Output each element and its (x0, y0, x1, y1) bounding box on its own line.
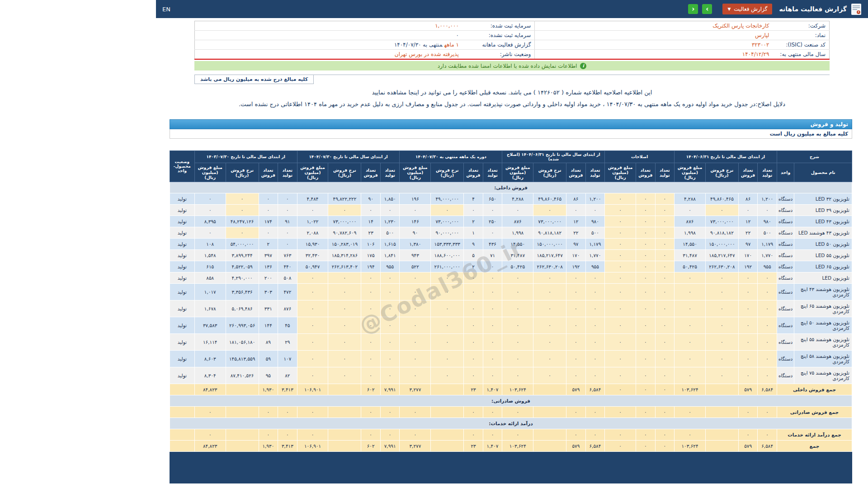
page: گزارش فعالیت ماهانه گزارش فعالیت ▼ › ‹ E… (156, 0, 868, 483)
total-value-cell: ۰ (585, 429, 605, 441)
column-subheader: تعداد تولید (483, 163, 502, 182)
status-cell: تولید (170, 193, 195, 205)
value-cell: ۰ (400, 300, 431, 317)
column-subheader: تعداد فروش (361, 163, 381, 182)
total-value-cell: ۱۰۳,۶۲۴ (502, 384, 533, 395)
value-cell: ۰ (655, 250, 675, 261)
unit: دستگاه (777, 227, 794, 239)
value-cell: ۰ (655, 216, 675, 227)
column-subheader: نرخ فروش (ریال) (328, 163, 361, 182)
value-cell: ۱۵۰,۰۰۰,۰۰۰ (533, 239, 566, 250)
table-header: شرحاز ابتدای سال مالی تا تاریخ ۱۴۰۴/۰۶/۳… (170, 151, 852, 182)
unit: دستگاه (777, 351, 794, 367)
info-value: ۱ ماههمنتهی به ۱۴۰۴/۰۷/۳۰ (195, 40, 462, 50)
company-info-body: شرکت:کارخانجات پارس الکتریکسرمایه ثبت شد… (195, 21, 830, 60)
total-value-cell: ۰ (380, 407, 400, 418)
amendment-text-1: این اطلاعیه اصلاحیه اطلاعیه شماره ( ۱۴۲۶… (194, 89, 830, 96)
value-cell: ۹۰ (400, 227, 431, 239)
value-cell: ۰ (297, 205, 328, 216)
column-subheader: تعداد فروش (464, 163, 483, 182)
value-cell: ۱,۰۲۲ (297, 216, 328, 227)
status-cell: تولید (170, 300, 195, 317)
value-cell: ۳۰۳ (259, 284, 278, 300)
total-value-cell: ۰ (502, 407, 533, 418)
value-cell: ۱,۶۷۸ (194, 300, 226, 317)
value-cell: ۰ (585, 272, 605, 284)
column-group-header: اصلاحات (605, 151, 675, 163)
unit: دستگاه (777, 239, 794, 250)
value-cell: ۰ (431, 205, 464, 216)
value-cell: ۰ (566, 284, 586, 300)
value-cell: ۰ (655, 351, 675, 367)
unit: دستگاه (777, 250, 794, 261)
unit: دستگاه (777, 367, 794, 384)
value-cell: ۰ (675, 367, 706, 384)
value-cell: ۱,۲۳۰ (380, 216, 400, 227)
value-cell: ۴۹,۸۶۰,۴۶۵ (705, 193, 738, 205)
status-cell: تولید (170, 205, 195, 216)
value-cell: ۰ (502, 300, 533, 317)
status-cell (170, 407, 195, 418)
column-subheader: تعداد فروش (566, 163, 586, 182)
language-toggle[interactable]: EN (162, 6, 170, 13)
total-value-cell: ۱,۴۰۷ (483, 441, 502, 452)
total-value-cell: ۰ (605, 429, 636, 441)
value-cell: ۰ (483, 272, 502, 284)
value-cell: ۳۷,۵۸۳ (194, 317, 226, 334)
total-value-cell: ۰ (194, 407, 226, 418)
column-subheader: مبلغ فروش (میلیون ریال) (297, 163, 328, 182)
value-cell: ۰ (738, 272, 758, 284)
value-cell: ۱۴,۵۵۰ (675, 239, 706, 250)
status-cell: تولید (170, 284, 195, 300)
info-label: سال مالی منتهی به: (773, 50, 830, 60)
value-cell: ۰ (278, 239, 297, 250)
value-cell: ۴۹,۸۲۲,۲۲۲ (328, 193, 361, 205)
total-value-cell: ۰ (297, 407, 328, 418)
product-row: تلویزیون ۴۳ LEDدستگاه۹۸۰۱۲۷۳,۰۰۰,۰۰۰۸۷۶۰… (170, 216, 852, 227)
value-cell: ۰ (431, 317, 464, 334)
value-cell: ۰ (675, 334, 706, 351)
info-label: کد صنعت (ISIC): (773, 40, 830, 50)
value-cell: ۰ (431, 334, 464, 351)
value-cell: ۲ (259, 239, 278, 250)
value-cell: ۴۷۲ (278, 284, 297, 300)
value-cell: ۱۵۰,۰۰۰,۰۰۰ (705, 239, 738, 250)
value-cell: ۰ (502, 272, 533, 284)
value-cell: ۰ (464, 367, 483, 384)
value-cell: ۰ (705, 334, 738, 351)
total-value-cell: ۰ (483, 407, 502, 418)
total-label: جمع درآمد ارائه خدمات (777, 429, 852, 441)
status-cell: تولید (170, 250, 195, 261)
total-value-cell: ۰ (483, 429, 502, 441)
info-row: سال مالی منتهی به:۱۴۰۴/۱۲/۲۹وضعیت ناشر:پ… (195, 50, 830, 60)
value-cell: ۱۴۴ (259, 317, 278, 334)
value-cell: ۰ (585, 300, 605, 317)
value-cell: ۰ (675, 351, 706, 367)
total-row: جمع فروش صادراتی۰۰۰۰۰۰۰۰۰۰۰۰۰۰۰۰۰۰ (170, 407, 852, 418)
product-name: تلویزیون LED (794, 272, 852, 284)
total-value-cell: ۵۷۹ (738, 441, 758, 452)
value-cell: ۲ (464, 261, 483, 272)
next-report-button[interactable]: › (702, 4, 712, 14)
value-cell: ۰ (533, 351, 566, 367)
value-cell: ۰ (758, 334, 777, 351)
total-value-cell (533, 429, 566, 441)
product-name: تلویزیون ۳۲ LED (794, 193, 852, 205)
value-cell: ۱,۲۰۰ (585, 193, 605, 205)
prev-report-button[interactable]: ‹ (688, 4, 698, 14)
value-cell: ۰ (431, 300, 464, 317)
value-cell: ۱۵,۹۳۰ (297, 239, 328, 250)
report-type-dropdown[interactable]: گزارش فعالیت ▼ (722, 4, 772, 14)
total-value-cell: ۰ (636, 384, 656, 395)
value-cell: ۴۵ (278, 317, 297, 334)
value-cell: ۱۷۵ (361, 250, 381, 261)
unit: دستگاه (777, 205, 794, 216)
value-cell: ۰ (566, 300, 586, 317)
column-group-header: از ابتدای سال مالی تا تاریخ ۱۴۰۴/۰۷/۳۰ (297, 151, 400, 163)
product-row: تلویزیون ۳۹ LEDدستگاه۰۰۰۰۰۰۰۰۰۰۰۰۰۰۰۰۰۰۰… (170, 205, 852, 216)
product-row: تلویزیون ۵۵ LEDدستگاه۱,۷۷۰۱۷۰۱۸۵,۲۱۷,۶۴۷… (170, 250, 852, 261)
value-cell: ۰ (502, 205, 533, 216)
value-cell: ۰ (655, 300, 675, 317)
status-cell: تولید (170, 334, 195, 351)
value-cell: ۰ (226, 227, 259, 239)
